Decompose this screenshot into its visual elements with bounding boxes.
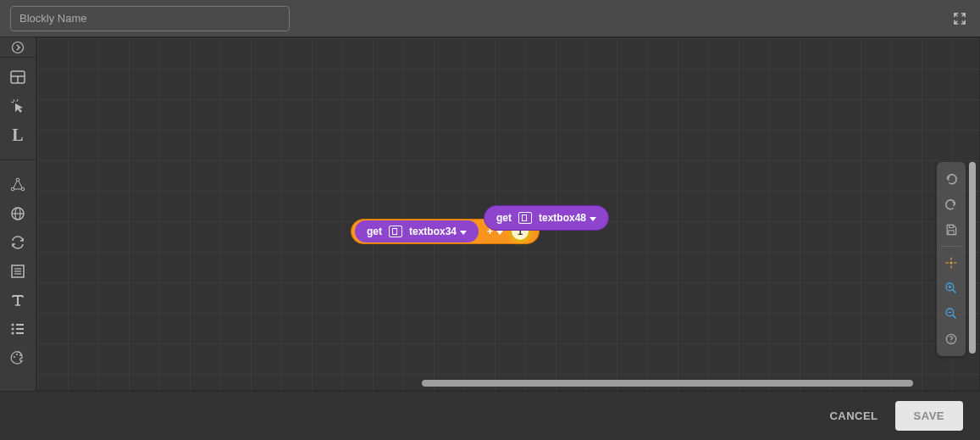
- toolbox-divider: [0, 159, 36, 160]
- zoom-out-button[interactable]: [939, 302, 963, 326]
- svg-line-10: [14, 181, 17, 188]
- toolbox-item-shape[interactable]: [0, 170, 36, 199]
- svg-line-41: [953, 315, 956, 319]
- svg-point-7: [16, 178, 19, 181]
- svg-point-44: [950, 342, 951, 343]
- globe-icon: [9, 205, 26, 222]
- toolbox-item-loop[interactable]: [0, 228, 36, 257]
- svg-point-26: [14, 356, 15, 358]
- help-icon: [944, 332, 958, 346]
- main-area: L: [0, 37, 980, 391]
- save-button[interactable]: SAVE: [895, 401, 963, 431]
- svg-rect-29: [950, 225, 954, 227]
- svg-point-28: [19, 354, 21, 356]
- svg-point-27: [16, 354, 18, 355]
- left-toolbox: L: [0, 37, 36, 391]
- blockly-name-input[interactable]: [10, 6, 290, 31]
- svg-line-4: [14, 99, 14, 102]
- redo-button[interactable]: [939, 192, 963, 216]
- vertical-scrollbar[interactable]: [969, 162, 976, 354]
- form-icon: [9, 263, 26, 280]
- letter-l-icon: L: [12, 125, 23, 145]
- save-workspace-button[interactable]: [939, 218, 963, 242]
- get-label: get: [493, 212, 515, 224]
- fullscreen-button[interactable]: [951, 10, 968, 27]
- toolbox-group-1: L: [0, 58, 36, 154]
- get-variable-block-2[interactable]: get textbox48: [484, 205, 609, 231]
- get-label: get: [363, 226, 385, 237]
- layout-icon: [9, 69, 26, 86]
- workspace-actions-panel: [937, 162, 966, 356]
- svg-point-22: [12, 332, 14, 335]
- svg-line-11: [19, 181, 22, 188]
- chevron-down-icon: [496, 231, 503, 235]
- loop-icon: [9, 234, 26, 251]
- variable-dropdown-2[interactable]: textbox48: [535, 212, 600, 224]
- svg-point-8: [11, 187, 14, 191]
- svg-rect-30: [949, 231, 954, 235]
- toolbox-item-text[interactable]: [0, 286, 36, 315]
- textbox-icon: [518, 212, 532, 224]
- zoom-out-icon: [944, 307, 958, 320]
- text-icon: [9, 292, 26, 309]
- svg-point-0: [13, 42, 24, 53]
- triangle-dots-icon: [9, 176, 26, 193]
- help-button[interactable]: [939, 327, 963, 351]
- svg-point-21: [12, 328, 14, 331]
- zoom-in-button[interactable]: [939, 276, 963, 300]
- toolbox-item-globe[interactable]: [0, 199, 36, 228]
- svg-line-37: [953, 290, 956, 293]
- zoom-in-icon: [944, 281, 958, 295]
- list-icon: [9, 320, 26, 337]
- center-target-icon: [944, 256, 958, 270]
- blockly-editor: L: [0, 0, 980, 440]
- svg-point-31: [950, 261, 952, 264]
- undo-icon: [944, 171, 959, 187]
- toolbox-collapse-button[interactable]: [0, 37, 36, 58]
- chevron-down-icon: [590, 217, 596, 221]
- chevron-down-icon: [460, 231, 467, 235]
- toolbox-item-list[interactable]: [0, 315, 36, 343]
- save-icon: [944, 223, 958, 237]
- blockly-workspace[interactable]: get textbox34 + 1 get textbox48: [36, 37, 980, 391]
- get-variable-block-1[interactable]: get textbox34: [355, 220, 479, 242]
- horizontal-scrollbar-track: [37, 380, 979, 387]
- toolbox-group-2: [0, 165, 36, 377]
- toolbox-item-layout[interactable]: [0, 63, 36, 92]
- textbox-icon: [389, 226, 402, 237]
- toolbox-item-click[interactable]: [0, 92, 36, 120]
- svg-line-6: [17, 99, 18, 102]
- cursor-click-icon: [9, 97, 26, 114]
- variable-dropdown-1[interactable]: textbox34: [406, 226, 470, 237]
- toolbox-item-palette[interactable]: [0, 343, 36, 372]
- action-divider: [941, 246, 961, 247]
- palette-icon: [9, 349, 26, 366]
- toolbox-item-form[interactable]: [0, 257, 36, 286]
- undo-button[interactable]: [939, 167, 963, 191]
- svg-point-9: [21, 187, 25, 191]
- fullscreen-icon: [954, 13, 966, 25]
- cancel-button[interactable]: CANCEL: [829, 409, 878, 422]
- chevron-right-circle-icon: [11, 41, 25, 54]
- center-button[interactable]: [939, 251, 963, 275]
- header-bar: [0, 0, 980, 37]
- footer-bar: CANCEL SAVE: [0, 391, 980, 440]
- svg-line-5: [11, 102, 14, 103]
- redo-icon: [944, 197, 959, 212]
- horizontal-scrollbar[interactable]: [422, 380, 913, 387]
- svg-point-20: [12, 324, 14, 326]
- toolbox-item-logic[interactable]: L: [0, 120, 36, 149]
